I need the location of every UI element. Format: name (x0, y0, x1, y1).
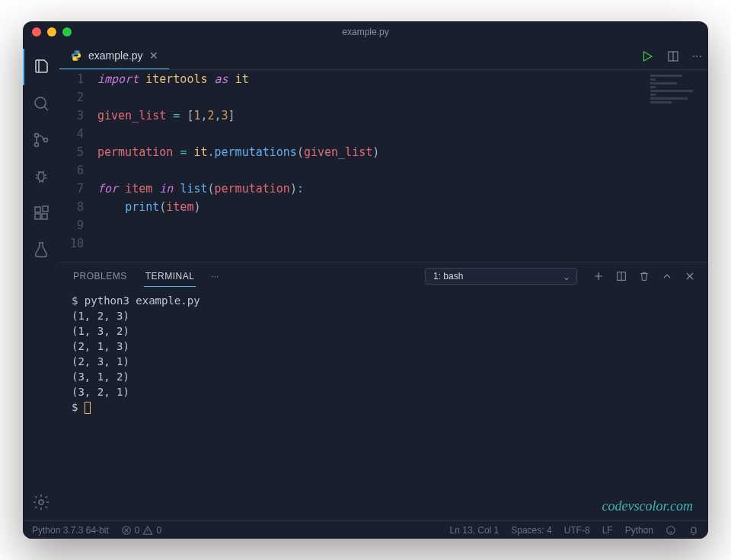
more-actions-icon[interactable]: ··· (692, 49, 702, 63)
editor-group: example.py ✕ ··· 12345678910 import iter… (59, 43, 708, 520)
maximize-panel-icon[interactable] (661, 270, 673, 282)
svg-rect-8 (43, 206, 48, 212)
status-encoding[interactable]: UTF-8 (564, 525, 590, 536)
testing-icon[interactable] (23, 231, 59, 268)
explorer-icon[interactable] (23, 49, 59, 85)
search-icon[interactable] (23, 85, 59, 122)
panel-actions (592, 270, 696, 282)
close-panel-icon[interactable] (684, 270, 696, 282)
status-indent[interactable]: Spaces: 4 (511, 525, 551, 536)
new-terminal-icon[interactable] (592, 270, 605, 282)
tab-bar: example.py ✕ ··· (59, 43, 708, 70)
window-title: example.py (342, 27, 388, 37)
line-numbers: 12345678910 (59, 70, 97, 262)
minimize-window-button[interactable] (47, 27, 56, 37)
watermark: codevscolor.com (602, 498, 693, 514)
terminal-selector[interactable]: 1: bash ⌄ (425, 268, 577, 285)
vscode-window: example.py (23, 21, 708, 539)
terminal-output[interactable]: $ python3 example.py(1, 2, 3)(1, 3, 2)(2… (59, 290, 708, 520)
kill-terminal-icon[interactable] (638, 270, 650, 282)
svg-rect-5 (35, 207, 40, 212)
tab-label: example.py (88, 49, 143, 62)
svg-point-1 (35, 134, 39, 138)
notifications-icon[interactable] (688, 525, 699, 536)
close-window-button[interactable] (32, 27, 41, 37)
status-cursor[interactable]: Ln 13, Col 1 (450, 525, 500, 536)
status-language[interactable]: Python (625, 525, 653, 536)
feedback-icon[interactable] (666, 525, 676, 536)
chevron-down-icon: ⌄ (563, 272, 570, 282)
split-terminal-icon[interactable] (615, 270, 627, 282)
status-problems[interactable]: 0 0 (121, 525, 161, 536)
extensions-icon[interactable] (23, 195, 59, 231)
activity-bar (23, 43, 59, 520)
svg-point-2 (35, 143, 39, 147)
code-editor[interactable]: 12345678910 import itertools as it given… (59, 70, 708, 262)
status-bar: Python 3.7.3 64-bit 0 0 Ln 13, Col 1 Spa… (23, 520, 708, 539)
maximize-window-button[interactable] (62, 27, 72, 37)
svg-rect-6 (35, 214, 40, 219)
status-interpreter[interactable]: Python 3.7.3 64-bit (32, 525, 109, 536)
svg-point-4 (38, 172, 44, 181)
svg-point-3 (44, 138, 48, 142)
panel-tabs: PROBLEMS TERMINAL ··· 1: bash ⌄ (59, 262, 708, 290)
editor-actions: ··· (640, 49, 702, 63)
code-content[interactable]: import itertools as it given_list = [1,2… (97, 70, 708, 262)
tab-close-icon[interactable]: ✕ (149, 49, 158, 62)
tab-terminal[interactable]: TERMINAL (144, 271, 196, 287)
panel-more-icon[interactable]: ··· (211, 271, 219, 282)
svg-rect-7 (42, 214, 47, 219)
main-area: example.py ✕ ··· 12345678910 import iter… (23, 43, 708, 520)
svg-point-13 (667, 526, 675, 534)
tab-example-py[interactable]: example.py ✕ (59, 43, 169, 69)
titlebar: example.py (23, 21, 708, 43)
debug-icon[interactable] (23, 158, 59, 195)
terminal-selector-label: 1: bash (433, 271, 463, 282)
status-eol[interactable]: LF (602, 525, 613, 536)
minimap[interactable] (650, 75, 704, 120)
python-file-icon (70, 49, 82, 62)
split-editor-icon[interactable] (666, 49, 680, 63)
source-control-icon[interactable] (23, 122, 59, 158)
svg-point-9 (39, 500, 43, 504)
settings-gear-icon[interactable] (23, 484, 59, 520)
window-controls (32, 27, 72, 37)
svg-point-0 (35, 97, 46, 108)
bottom-panel: PROBLEMS TERMINAL ··· 1: bash ⌄ (59, 262, 708, 520)
run-icon[interactable] (640, 49, 654, 63)
tab-problems[interactable]: PROBLEMS (72, 271, 129, 282)
